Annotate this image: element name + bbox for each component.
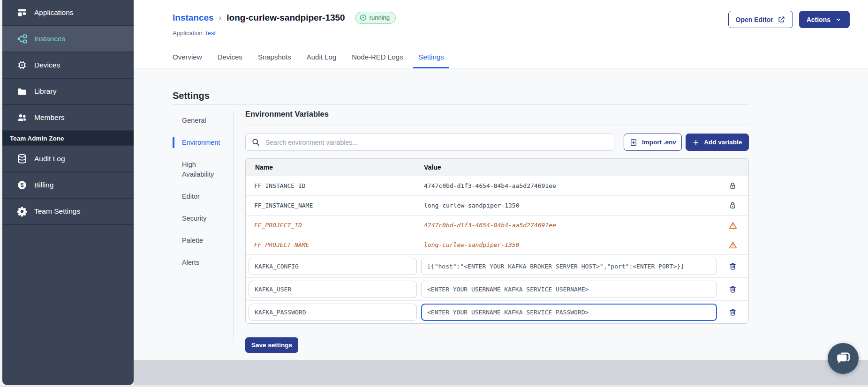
env-var-value: 4747c0bd-d1f3-4654-84b4-aa5d274691ee — [421, 182, 717, 189]
env-var-name-input[interactable] — [249, 281, 417, 298]
chevron-down-icon — [835, 16, 842, 23]
search-input[interactable] — [245, 134, 614, 151]
subnav-general[interactable]: General — [173, 115, 226, 126]
sidebar-item-members[interactable]: Members — [2, 105, 134, 131]
sidebar-item-devices[interactable]: Devices — [2, 52, 134, 79]
tab-node-red-logs[interactable]: Node-RED Logs — [347, 48, 408, 68]
tab-settings[interactable]: Settings — [413, 48, 449, 68]
table-row: FF_PROJECT_ID 4747c0bd-d1f3-4654-84b4-aa… — [246, 216, 748, 235]
environment-table: Name Value FF_INSTANCE_ID 4747c0bd-d1f3-… — [245, 158, 749, 324]
sidebar-item-applications[interactable]: Applications — [2, 0, 134, 26]
sidebar-item-label: Members — [34, 113, 65, 122]
instance-tabs: Overview Devices Snapshots Audit Log Nod… — [167, 48, 449, 68]
settings-divider — [173, 104, 749, 104]
members-icon — [16, 112, 28, 123]
env-var-name-input[interactable] — [249, 304, 417, 321]
sidebar-item-label: Billing — [34, 181, 53, 189]
devices-icon — [16, 60, 28, 71]
footer-strip — [134, 360, 868, 385]
header-buttons: Open Editor Actions — [728, 11, 850, 28]
application-link[interactable]: test — [206, 30, 216, 37]
delete-variable-button[interactable] — [727, 284, 738, 295]
environment-title-divider — [245, 125, 749, 125]
save-settings-button[interactable]: Save settings — [245, 337, 298, 353]
delete-variable-button[interactable] — [727, 261, 738, 272]
env-var-value-input[interactable] — [421, 281, 717, 298]
breadcrumb-instances-link[interactable]: Instances — [173, 13, 214, 23]
actions-label: Actions — [807, 16, 830, 23]
trash-icon — [728, 262, 737, 271]
sidebar-section-label: Team Admin Zone — [10, 135, 64, 142]
sidebar-item-label: Team Settings — [34, 207, 80, 216]
instance-header: Instances › long-curlew-sandpiper-1350 r… — [134, 0, 868, 68]
tab-overview[interactable]: Overview — [167, 48, 207, 68]
env-var-name: FF_INSTANCE_ID — [246, 182, 421, 189]
chat-widget-button[interactable] — [828, 343, 859, 374]
application-line: Application: test — [173, 30, 216, 37]
env-var-value: long-curlew-sandpiper-1350 — [421, 241, 717, 248]
import-env-label: Import .env — [642, 139, 676, 146]
env-var-name: FF_PROJECT_ID — [246, 222, 421, 229]
breadcrumb: Instances › long-curlew-sandpiper-1350 r… — [173, 12, 396, 24]
sidebar-item-team-settings[interactable]: Team Settings — [2, 199, 134, 225]
status-badge-label: running — [370, 14, 390, 21]
column-header-value: Value — [421, 164, 717, 171]
sidebar-item-library[interactable]: Library — [2, 79, 134, 105]
billing-icon: $ — [16, 179, 28, 191]
table-row — [246, 301, 748, 323]
subnav-security[interactable]: Security — [173, 213, 226, 224]
tab-devices[interactable]: Devices — [212, 48, 248, 68]
settings-subnav: General Environment High Availability Ed… — [173, 115, 226, 279]
env-var-name: FF_PROJECT_NAME — [246, 241, 421, 248]
subnav-high-availability[interactable]: High Availability — [173, 159, 226, 180]
trash-icon — [728, 308, 737, 317]
table-row: FF_INSTANCE_NAME long-curlew-sandpiper-1… — [246, 196, 748, 216]
status-badge: running — [355, 12, 396, 24]
sidebar-item-label: Applications — [34, 8, 74, 17]
sidebar-item-label: Instances — [34, 35, 65, 43]
search-icon — [251, 137, 261, 149]
subnav-alerts[interactable]: Alerts — [173, 257, 226, 268]
open-editor-label: Open Editor — [736, 16, 773, 23]
table-row — [246, 255, 748, 278]
environment-toolbar: Import .env Add variable — [245, 134, 749, 151]
actions-button[interactable]: Actions — [799, 11, 850, 28]
sidebar-item-billing[interactable]: $ Billing — [2, 172, 134, 199]
subnav-palette[interactable]: Palette — [173, 235, 226, 246]
audit-log-icon — [16, 153, 28, 164]
add-variable-button[interactable]: Add variable — [686, 134, 749, 151]
sidebar-item-label: Devices — [34, 61, 60, 69]
env-var-value-input[interactable] — [421, 258, 717, 275]
sidebar-item-label: Library — [34, 87, 56, 96]
subnav-environment[interactable]: Environment — [173, 137, 226, 148]
add-variable-label: Add variable — [704, 139, 742, 146]
import-env-button[interactable]: Import .env — [624, 134, 682, 151]
warning-icon — [717, 240, 748, 250]
instance-name: long-curlew-sandpiper-1350 — [226, 13, 345, 23]
subnav-divider — [234, 112, 234, 342]
running-icon — [360, 14, 367, 21]
environment-title: Environment Variables — [245, 110, 749, 119]
env-var-name-input[interactable] — [249, 258, 417, 275]
warning-icon — [717, 221, 748, 230]
delete-variable-button[interactable] — [727, 307, 738, 318]
table-row: FF_PROJECT_NAME long-curlew-sandpiper-13… — [246, 235, 748, 255]
sidebar: Applications Instances — [2, 0, 134, 385]
tab-audit-log[interactable]: Audit Log — [302, 48, 341, 68]
instances-icon — [16, 33, 28, 45]
sidebar-item-instances[interactable]: Instances — [2, 26, 134, 52]
env-var-value-input-focused[interactable] — [421, 304, 717, 321]
open-editor-button[interactable]: Open Editor — [728, 11, 793, 28]
application-label: Application: — [173, 30, 204, 37]
sidebar-item-audit-log[interactable]: Audit Log — [2, 146, 134, 172]
gear-icon — [16, 206, 28, 217]
sidebar-item-label: Audit Log — [34, 155, 65, 163]
breadcrumb-separator: › — [219, 13, 222, 22]
tab-snapshots[interactable]: Snapshots — [253, 48, 296, 68]
table-header: Name Value — [246, 159, 748, 176]
subnav-editor[interactable]: Editor — [173, 191, 226, 202]
lock-icon — [717, 181, 748, 190]
page-title: Settings — [173, 90, 210, 101]
lock-icon — [717, 201, 748, 210]
settings-page: Settings General Environment High Availa… — [134, 68, 868, 360]
